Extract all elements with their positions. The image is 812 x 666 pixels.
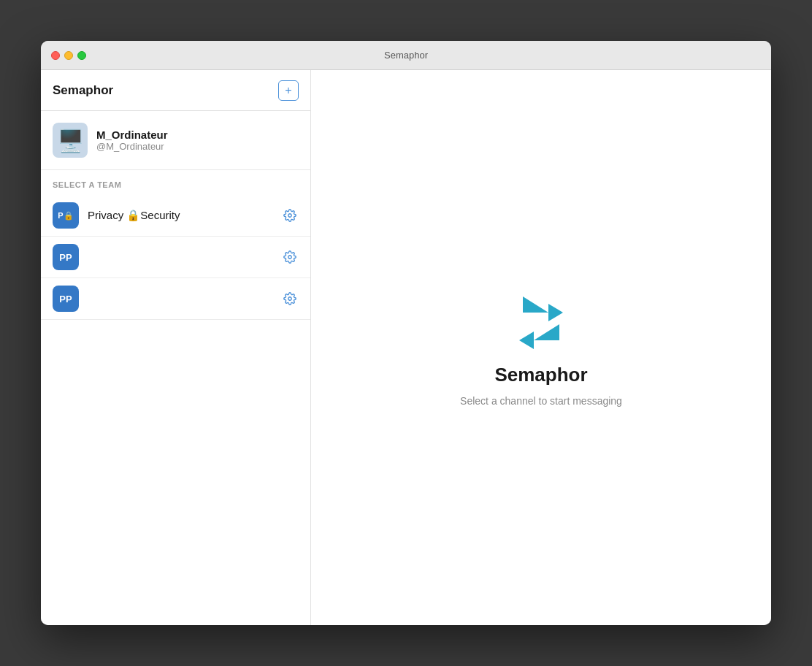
semaphor-logo (512, 289, 570, 355)
plus-icon: + (285, 84, 291, 97)
team-avatar-1: P🔒 (53, 202, 79, 229)
user-section: 🖥️ M_Ordinateur @M_Ordinateur (41, 111, 310, 170)
sidebar-item-team-3[interactable]: PP (41, 278, 310, 320)
team-settings-button-2[interactable] (281, 248, 299, 266)
traffic-lights (51, 51, 86, 60)
avatar: 🖥️ (53, 123, 88, 158)
logo-container: Semaphor Select a channel to start messa… (460, 289, 622, 407)
team-avatar-text-2: PP (59, 252, 72, 263)
gear-icon-1 (283, 209, 296, 222)
select-team-label: SELECT A TEAM (41, 170, 310, 195)
minimize-button[interactable] (64, 51, 73, 60)
maximize-button[interactable] (77, 51, 86, 60)
team-settings-button-3[interactable] (281, 290, 299, 307)
titlebar: Semaphor (41, 41, 771, 70)
team-name-1: Privacy 🔒Security (88, 209, 272, 222)
sidebar: Semaphor + 🖥️ M_Ordinateur @M_Ordinateur… (41, 70, 311, 625)
main-panel: Semaphor Select a channel to start messa… (311, 70, 771, 625)
window-title: Semaphor (384, 50, 428, 61)
team-avatar-text-3: PP (59, 294, 72, 305)
gear-icon-2 (283, 250, 296, 264)
user-handle: @M_Ordinateur (96, 141, 168, 152)
main-content: Semaphor + 🖥️ M_Ordinateur @M_Ordinateur… (41, 70, 771, 625)
monitor-icon: 🖥️ (57, 128, 84, 153)
team-list: P🔒 Privacy 🔒Security PP (41, 195, 310, 625)
sidebar-title: Semaphor (53, 83, 113, 98)
user-info: M_Ordinateur @M_Ordinateur (96, 129, 168, 152)
main-subtitle: Select a channel to start messaging (460, 395, 622, 407)
team-avatar-text-1: P🔒 (58, 211, 73, 221)
add-team-button[interactable]: + (278, 80, 299, 101)
main-app-name: Semaphor (494, 364, 587, 386)
app-window: Semaphor Semaphor + 🖥️ M_Ordinateur @M_O… (41, 41, 771, 625)
sidebar-header: Semaphor + (41, 70, 310, 111)
gear-icon-3 (283, 292, 296, 305)
svg-marker-1 (519, 324, 559, 349)
team-settings-button-1[interactable] (281, 207, 299, 224)
user-name: M_Ordinateur (96, 129, 168, 141)
team-avatar-2: PP (53, 244, 79, 270)
svg-marker-0 (523, 296, 563, 321)
close-button[interactable] (51, 51, 60, 60)
team-avatar-3: PP (53, 286, 79, 312)
sidebar-item-team-2[interactable]: PP (41, 237, 310, 278)
sidebar-item-team-1[interactable]: P🔒 Privacy 🔒Security (41, 195, 310, 237)
